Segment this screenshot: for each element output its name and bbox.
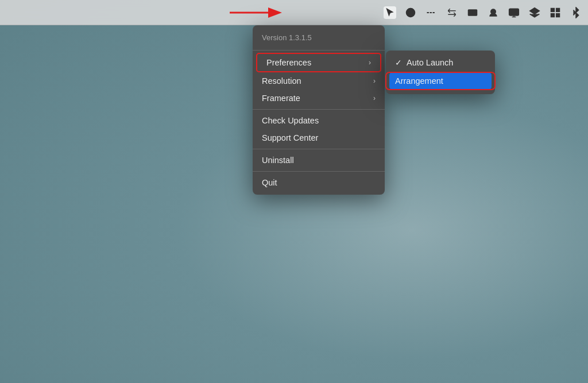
uninstall-label: Uninstall xyxy=(262,156,294,165)
preferences-wrapper: Preferences › ✓ Auto Launch Arrangement xyxy=(256,53,381,72)
separator-1 xyxy=(253,50,385,51)
arrangement-label: Arrangement xyxy=(395,76,443,86)
svg-rect-9 xyxy=(509,9,519,16)
dashes-menubar-icon[interactable] xyxy=(425,6,438,19)
monitor-menubar-icon[interactable] xyxy=(508,6,520,19)
framerate-label: Framerate xyxy=(262,94,300,103)
layers-menubar-icon[interactable] xyxy=(528,6,541,19)
svg-rect-14 xyxy=(556,8,560,11)
bluetooth-menubar-icon[interactable] xyxy=(570,6,582,19)
separator-4 xyxy=(253,171,385,172)
preferences-chevron: › xyxy=(369,59,371,67)
swap-menubar-icon[interactable] xyxy=(446,6,458,19)
grid-menubar-icon[interactable] xyxy=(549,6,562,19)
separator-3 xyxy=(253,149,385,149)
uninstall-menu-item[interactable]: Uninstall xyxy=(253,152,385,169)
svg-rect-16 xyxy=(556,13,560,17)
rect-menubar-icon[interactable] xyxy=(466,6,479,19)
globe-menubar-icon[interactable] xyxy=(404,6,417,19)
preferences-submenu: ✓ Auto Launch Arrangement xyxy=(386,51,495,94)
svg-rect-13 xyxy=(551,8,555,11)
framerate-chevron: › xyxy=(373,94,376,102)
framerate-menu-item[interactable]: Framerate › xyxy=(253,90,385,107)
check-updates-label: Check Updates xyxy=(262,116,319,125)
resolution-chevron: › xyxy=(373,77,376,85)
arrangement-wrapper: Arrangement xyxy=(386,72,495,90)
quit-menu-item[interactable]: Quit xyxy=(253,174,385,191)
menubar xyxy=(0,0,588,25)
auto-launch-item[interactable]: ✓ Auto Launch xyxy=(386,54,495,71)
resolution-label: Resolution xyxy=(262,76,301,86)
auto-launch-label: Auto Launch xyxy=(407,58,453,67)
preferences-label: Preferences xyxy=(266,58,311,67)
hat-menubar-icon[interactable] xyxy=(487,6,500,19)
annotation-arrow xyxy=(224,1,293,26)
support-center-label: Support Center xyxy=(262,133,318,142)
checkmark-icon: ✓ xyxy=(395,58,402,67)
resolution-menu-item[interactable]: Resolution › xyxy=(253,72,385,90)
svg-marker-12 xyxy=(530,7,540,14)
cursor-menubar-icon[interactable] xyxy=(384,6,396,19)
check-updates-menu-item[interactable]: Check Updates xyxy=(253,112,385,129)
menubar-icons xyxy=(384,6,582,19)
preferences-menu-item[interactable]: Preferences › xyxy=(257,54,380,71)
support-center-menu-item[interactable]: Support Center xyxy=(253,129,385,146)
separator-2 xyxy=(253,109,385,110)
version-text: Version 1.3.1.5 xyxy=(253,29,385,48)
arrangement-item[interactable]: Arrangement xyxy=(389,72,492,90)
quit-label: Quit xyxy=(262,178,277,187)
dropdown-menu: Version 1.3.1.5 Preferences › ✓ Auto Lau… xyxy=(253,25,385,195)
svg-rect-15 xyxy=(551,13,555,17)
